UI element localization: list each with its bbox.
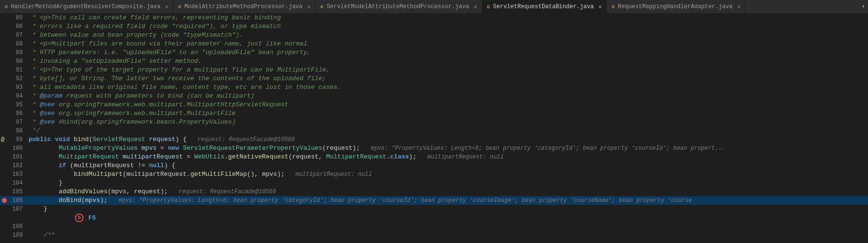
- line-num-88: 88: [0, 40, 27, 48]
- line-content-101: MultipartRequest multipartRequest = WebU…: [27, 153, 868, 161]
- line-content-100: MutablePropertyValues mpvs = new Servlet…: [27, 144, 868, 153]
- code-line-98: 98 */: [0, 127, 868, 135]
- tab-servlet-request[interactable]: c ServletRequestDataBinder.java ✕: [482, 0, 607, 13]
- line-num-94: 94: [0, 92, 27, 100]
- line-num-99: @ 99: [0, 135, 27, 144]
- line-num-92: 92: [0, 74, 27, 83]
- line-content-108: [27, 222, 868, 231]
- line-num-101: 101: [0, 153, 27, 161]
- line-num-98: 98: [0, 127, 27, 135]
- editor-window: c HandlerMethodArgumentResolverComposite…: [0, 0, 868, 243]
- tab-icon-5: c: [612, 4, 615, 10]
- tab-icon-3: c: [321, 4, 324, 10]
- line-content-97: * @see #bind(org.springframework.beans.P…: [27, 118, 868, 127]
- annotation-99: request: RequestFacade@10566: [191, 136, 295, 143]
- line-num-107: 107: [0, 205, 27, 214]
- code-line-105: 105 addBindValues(mpvs, request); reques…: [0, 187, 868, 196]
- code-line-90: 90 * invoking a "setUploadedFile" setter…: [0, 57, 868, 66]
- line-content-85: * <p>This call can create field errors, …: [27, 14, 868, 22]
- line-num-106: 106: [0, 196, 27, 205]
- code-line-92: 92 * byte[], or String. The latter two r…: [0, 74, 868, 83]
- line-content-99: public void bind(ServletRequest request)…: [27, 135, 868, 144]
- tab-bar-end: ▾: [859, 0, 868, 13]
- line-content-88: * <p>Multipart files are bound via their…: [27, 40, 868, 48]
- line-content-93: * all metadata like original file name, …: [27, 83, 868, 92]
- line-num-90: 90: [0, 57, 27, 66]
- line-num-96: 96: [0, 109, 27, 118]
- code-line-86: 86 * errors like a required field (code …: [0, 22, 868, 31]
- tab-close-4[interactable]: ✕: [599, 4, 602, 10]
- tab-label-3: ServletModelAttributeMethodProcessor.jav…: [326, 3, 469, 10]
- line-num-109: 109: [0, 231, 27, 240]
- tab-request-mapping[interactable]: c RequestMappingHandlerAdapter.java ✕: [607, 0, 745, 13]
- code-line-103: 103 bindMultipart(multipartRequest.getMu…: [0, 170, 868, 179]
- code-line-89: 89 * HTTP parameters: i.e. "uploadedFile…: [0, 48, 868, 57]
- code-line-107: 107 }: [0, 205, 868, 214]
- line-content-94: * @param request with parameters to bind…: [27, 92, 868, 100]
- line-content-91: * <p>The type of the target property for…: [27, 66, 868, 74]
- annotation-103: multipartRequest: null: [289, 171, 372, 178]
- code-area: 85 * <p>This call can create field error…: [0, 14, 868, 243]
- line-num-89: 89: [0, 48, 27, 57]
- line-content-105: addBindValues(mpvs, request); request: R…: [27, 187, 868, 196]
- tab-close-2[interactable]: ✕: [308, 4, 310, 10]
- tab-label-5: RequestMappingHandlerAdapter.java: [618, 3, 733, 10]
- code-line-85: 85 * <p>This call can create field error…: [0, 14, 868, 22]
- code-line-debug-badge: 5 F5: [0, 214, 868, 222]
- annotation-106: mpvs: "PropertyValues: Length=8; bean pr…: [112, 197, 692, 204]
- line-num-85: 85: [0, 14, 27, 22]
- code-line-94: 94 * @param request with parameters to b…: [0, 92, 868, 100]
- tab-handler-method[interactable]: c HandlerMethodArgumentResolverComposite…: [0, 0, 173, 13]
- tab-label-2: ModelAttributeMethodProcessor.java: [184, 3, 303, 10]
- tab-bar: c HandlerMethodArgumentResolverComposite…: [0, 0, 868, 14]
- tab-icon-1: c: [5, 4, 8, 10]
- line-num-102: 102: [0, 161, 27, 170]
- line-content-102: if (multipartRequest != null) {: [27, 161, 868, 170]
- code-line-104: 104 }: [0, 179, 868, 187]
- line-num-108: 108: [0, 222, 27, 231]
- code-line-99: @ 99 public void bind(ServletRequest req…: [0, 135, 868, 144]
- code-line-106: 106 doBind(mpvs); mpvs: "PropertyValues:…: [0, 196, 868, 205]
- line-content-96: * @see org.springframework.web.multipart…: [27, 109, 868, 118]
- tab-servlet-model[interactable]: c ServletModelAttributeMethodProcessor.j…: [316, 0, 482, 13]
- line-content-98: */: [27, 127, 868, 135]
- code-line-93: 93 * all metadata like original file nam…: [0, 83, 868, 92]
- line-num-100: 100: [0, 144, 27, 153]
- line-num-91: 91: [0, 66, 27, 74]
- line-content-86: * errors like a required field (code "re…: [27, 22, 868, 31]
- tab-model-attribute[interactable]: c ModelAttributeMethodProcessor.java ✕: [173, 0, 315, 13]
- tab-close-5[interactable]: ✕: [737, 4, 740, 10]
- code-line-102: 102 if (multipartRequest != null) {: [0, 161, 868, 170]
- line-num-93: 93: [0, 83, 27, 92]
- tab-icon-2: c: [178, 4, 182, 10]
- code-line-97: 97 * @see #bind(org.springframework.bean…: [0, 118, 868, 127]
- code-line-96: 96 * @see org.springframework.web.multip…: [0, 109, 868, 118]
- line-content-92: * byte[], or String. The latter two rece…: [27, 74, 868, 83]
- annotation-101: multipartRequest: null: [420, 154, 504, 160]
- debug-badge-row: 5 F5: [27, 214, 96, 222]
- line-content-103: bindMultipart(multipartRequest.getMultiF…: [27, 170, 868, 179]
- line-num-87: 87: [0, 31, 27, 40]
- override-annotation: @: [1, 136, 4, 143]
- line-num-95: 95: [0, 100, 27, 109]
- tab-close-3[interactable]: ✕: [474, 4, 477, 10]
- line-num-103: 103: [0, 170, 27, 179]
- tab-close-1[interactable]: ✕: [165, 4, 168, 10]
- line-content-107: }: [27, 205, 868, 214]
- line-content-95: * @see org.springframework.web.multipart…: [27, 100, 868, 109]
- annotation-105: request: RequestFacade@10566: [172, 188, 276, 195]
- code-line-108: 108: [0, 222, 868, 231]
- code-line-91: 91 * <p>The type of the target property …: [0, 66, 868, 74]
- debug-step-badge[interactable]: 5: [75, 214, 84, 222]
- code-line-88: 88 * <p>Multipart files are bound via th…: [0, 40, 868, 48]
- line-num-86: 86: [0, 22, 27, 31]
- debug-f5-label[interactable]: F5: [88, 214, 96, 222]
- tab-label-1: HandlerMethodArgumentResolverComposite.j…: [11, 3, 161, 10]
- line-content-106: doBind(mpvs); mpvs: "PropertyValues: Len…: [27, 196, 868, 205]
- line-content-90: * invoking a "setUploadedFile" setter me…: [27, 57, 868, 66]
- line-content-109: /**: [27, 231, 868, 240]
- line-content-89: * HTTP parameters: i.e. "uploadedFile" t…: [27, 48, 868, 57]
- code-line-101: 101 MultipartRequest multipartRequest = …: [0, 153, 868, 161]
- code-line-109: 109 /**: [0, 231, 868, 240]
- code-line-100: 100 MutablePropertyValues mpvs = new Ser…: [0, 144, 868, 153]
